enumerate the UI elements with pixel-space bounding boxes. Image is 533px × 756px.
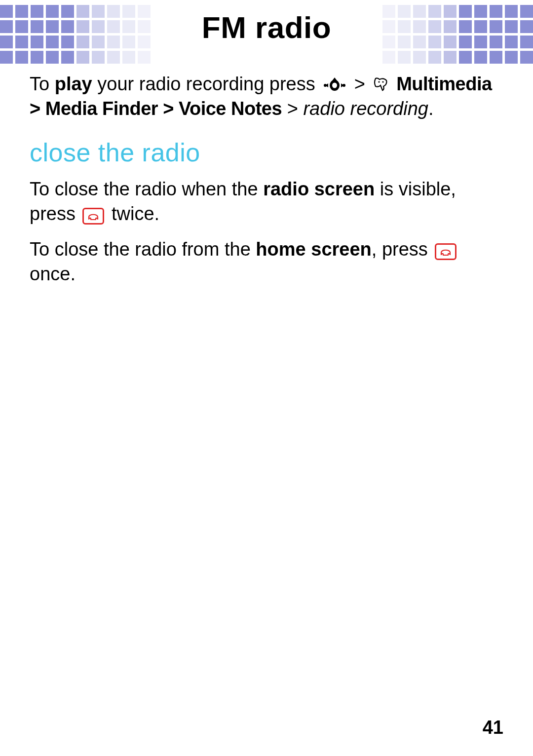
page-number: 41 [483, 717, 503, 738]
text: To close the radio from the [30, 239, 256, 260]
menu-path-voice-notes: Voice Notes [179, 98, 282, 119]
menu-path-multimedia: Multimedia [396, 74, 492, 94]
page-content: To play your radio recording press > Mul… [30, 72, 503, 298]
text: > [282, 98, 303, 119]
paragraph-close-from-radio-screen: To close the radio when the radio screen… [30, 177, 503, 226]
paragraph-play-recording: To play your radio recording press > Mul… [30, 72, 503, 121]
svg-marker-2 [332, 77, 338, 81]
text-bold: home screen [256, 239, 371, 260]
text: > [349, 74, 370, 94]
text: once. [30, 264, 76, 284]
text: > [158, 98, 179, 119]
section-heading-close-radio: close the radio [30, 136, 503, 170]
text-bold: radio screen [263, 179, 375, 199]
svg-point-1 [332, 83, 337, 88]
svg-point-8 [382, 81, 383, 82]
navigation-key-icon [322, 75, 347, 91]
text: . [428, 98, 434, 119]
menu-path-radio-recording: radio recording [303, 98, 428, 119]
text: > [30, 98, 45, 119]
multimedia-icon [373, 75, 389, 92]
menu-path-media-finder: Media Finder [45, 98, 158, 119]
text: twice. [106, 203, 159, 224]
text: To close the radio when the [30, 179, 263, 199]
text: To [30, 74, 55, 94]
end-key-icon [82, 208, 104, 225]
svg-point-7 [378, 81, 380, 82]
text-bold: play [55, 74, 92, 94]
text: , press [372, 239, 433, 260]
page-title: FM radio [0, 10, 533, 45]
text: your radio recording press [92, 74, 321, 94]
end-key-icon [435, 243, 457, 260]
paragraph-close-from-home-screen: To close the radio from the home screen,… [30, 237, 503, 286]
